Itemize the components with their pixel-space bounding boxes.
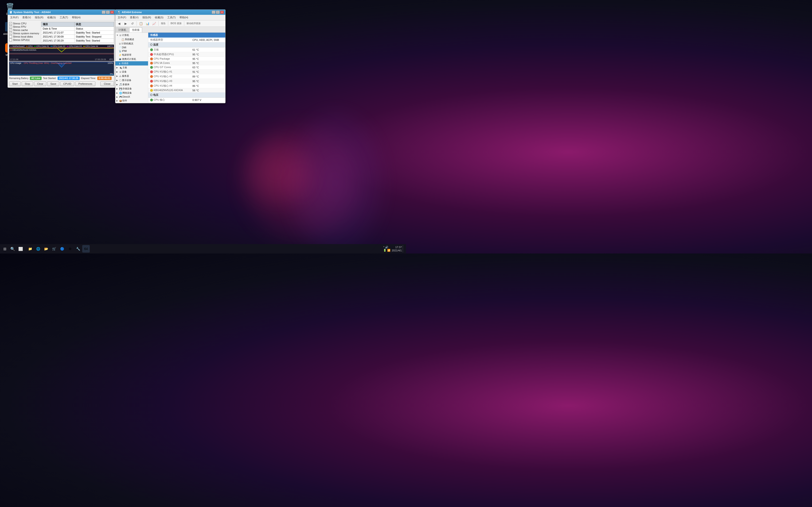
- menu-file[interactable]: 文件(F): [9, 15, 20, 20]
- toolbar-settings-btn[interactable]: 📈: [151, 21, 157, 26]
- taskbar-app-folder[interactable]: 📁: [26, 245, 34, 252]
- stress-fpu-checkbox[interactable]: [9, 25, 12, 28]
- temp-icon-9: [150, 89, 153, 92]
- aida-menu-fav[interactable]: 收藏(S): [153, 15, 165, 20]
- toolbar-back-btn[interactable]: ◀: [116, 21, 122, 26]
- tree-item-laptop[interactable]: 💻 便携式计算机: [115, 57, 148, 61]
- cpu-usage-graph: CPU Usage CPU Throttling (max: 95%) - Ov…: [9, 61, 114, 75]
- expand-net: ▶: [116, 92, 119, 94]
- save-button[interactable]: Save: [47, 81, 59, 86]
- stability-window: 🖥 System Stability Test - AIDA64 _ □ × 文…: [7, 9, 116, 88]
- tree-item-software[interactable]: ▶ 📦 软件: [115, 99, 148, 103]
- aida-titlebar[interactable]: 🔬 AIDA64 Extreme _ □ ×: [115, 10, 225, 15]
- stability-maximize-btn[interactable]: □: [106, 10, 110, 14]
- tree-item-device[interactable]: ▶ 🖥 设备: [115, 70, 148, 74]
- taskbar-app-explorer[interactable]: 📂: [42, 245, 50, 252]
- expand-mb: ▶: [116, 66, 119, 69]
- stress-cache-checkbox[interactable]: [9, 29, 12, 32]
- tree-item-multimedia[interactable]: ▶ 🎵 多媒体: [115, 82, 148, 87]
- stability-window-title: System Stability Test - AIDA64: [13, 11, 101, 14]
- stress-fpu-label: Stress FPU: [13, 25, 26, 28]
- tab-current[interactable]: 当前值: [129, 27, 142, 33]
- tree-item-motherboard[interactable]: ▶ 🔌 主板: [115, 65, 148, 70]
- tree-item-dmi[interactable]: 📄 DMI: [115, 46, 148, 49]
- start-button[interactable]: ⊞: [1, 245, 8, 252]
- aida-close-btn[interactable]: ×: [220, 10, 224, 14]
- taskbar-app-edge[interactable]: 🌐: [34, 245, 42, 252]
- summary-icon: 🖥: [119, 43, 121, 45]
- storage-icon: 💾: [119, 88, 122, 90]
- aida-menu-view[interactable]: 查看(V): [129, 15, 140, 20]
- tab-computer[interactable]: 计算机: [116, 27, 129, 33]
- stress-cpu-checkbox[interactable]: [9, 22, 12, 25]
- start-button[interactable]: Start: [9, 81, 21, 86]
- stress-memory-checkbox[interactable]: [9, 32, 12, 35]
- aida-menu-file[interactable]: 文件(F): [116, 15, 128, 20]
- toolbar-report-btn[interactable]: 📋: [138, 21, 144, 26]
- preferences-button[interactable]: Preferences: [75, 81, 95, 86]
- stability-titlebar[interactable]: 🖥 System Stability Test - AIDA64 _ □ ×: [8, 10, 115, 15]
- show-desktop-btn[interactable]: [403, 245, 404, 252]
- close-main-button[interactable]: Close: [100, 81, 114, 86]
- stress-memory-row: Stress system memory: [9, 32, 39, 35]
- tree-item-ipmi[interactable]: 📡 IPMI: [115, 49, 148, 53]
- menu-tools[interactable]: 工具(T): [58, 15, 69, 20]
- time-start: 17:21:06: [10, 58, 18, 61]
- toolbar-refresh-btn[interactable]: ↺: [130, 21, 135, 26]
- expand-server: ▶: [116, 75, 119, 77]
- tree-label-storage: 存储设备: [122, 87, 132, 91]
- tree-item-overview[interactable]: 📋 系统概述: [115, 37, 148, 42]
- temp-label-7: CPU #1/核心 #3: [148, 79, 191, 83]
- clear-button[interactable]: Clear: [34, 81, 46, 86]
- taskbar-app-misc1[interactable]: 🔧: [74, 245, 82, 252]
- taskbar-app-settings[interactable]: ⚙: [66, 245, 74, 252]
- menu-report[interactable]: 报告(R): [33, 15, 45, 20]
- tree-item-network[interactable]: ▶ 🌐 网络设备: [115, 91, 148, 95]
- tree-item-directx[interactable]: ▶ 🎮 DirectX: [115, 95, 148, 99]
- toolbar-chart-btn[interactable]: 📊: [145, 21, 150, 26]
- tree-item-display[interactable]: ▶ 🖵 显示设备: [115, 78, 148, 82]
- stability-minimize-btn[interactable]: _: [102, 10, 105, 14]
- stability-close-btn[interactable]: ×: [110, 10, 114, 14]
- tree-item-power-mgmt[interactable]: ⚡ 电源管理: [115, 53, 148, 57]
- taskbar-app-aida[interactable]: 64: [82, 245, 90, 252]
- temp-label-1: 中央处理器(CPU): [148, 52, 191, 57]
- taskbar-app-chrome[interactable]: 🔵: [58, 245, 66, 252]
- laptop-icon: 💻: [119, 58, 121, 61]
- cpuid-button[interactable]: CPUID: [60, 81, 74, 86]
- legend-motherboard: Motherboard: [10, 45, 24, 47]
- sensor-panel-title: 传感器: [150, 34, 158, 36]
- aida-maximize-btn[interactable]: □: [216, 10, 220, 14]
- tree-item-storage[interactable]: ▶ 💾 存储设备: [115, 87, 148, 91]
- tree-item-server[interactable]: ▶ 🖧 服务器: [115, 74, 148, 78]
- stop-button[interactable]: Stop: [21, 81, 33, 86]
- legend-core2: CPU Core #2: [51, 45, 65, 47]
- taskbar-app-store[interactable]: 🛒: [50, 245, 58, 252]
- temp-label-5: CPU #1/核心 #1: [148, 69, 191, 74]
- toolbar-forward-btn[interactable]: ▶: [123, 21, 129, 26]
- tree-label-mb: 主板: [122, 66, 127, 69]
- aida-menu-help[interactable]: 帮助(H): [178, 15, 190, 20]
- search-icon[interactable]: 🔍: [9, 245, 16, 252]
- voltage-section-label: 电压: [153, 94, 158, 96]
- stress-disks-row: Stress local disks: [9, 35, 39, 38]
- menu-fav[interactable]: 收藏(S): [46, 15, 57, 20]
- task-view-icon[interactable]: ⬜: [17, 245, 24, 252]
- aida-menu-tools[interactable]: 工具(T): [166, 15, 177, 20]
- system-tray[interactable]: ^ 🔊 🔋 📶: [383, 245, 391, 252]
- tree-item-sensor[interactable]: 🌡 传感器: [115, 61, 148, 65]
- aida-main-panel: 传感器 传感器类型 CPU, HDD, ACPI, SNB ⬡ 温度 主板 61…: [148, 33, 225, 103]
- menu-view[interactable]: 查看(V): [21, 15, 33, 20]
- tree-item-computer-summary[interactable]: 🖥 计算机概况: [115, 42, 148, 46]
- tree-item-computer[interactable]: ▼ 🖥 计算机: [115, 33, 148, 37]
- ac-line-badge: AC Line: [30, 76, 42, 80]
- stress-disks-checkbox[interactable]: [9, 35, 12, 38]
- aida-menu-report[interactable]: 报告(R): [141, 15, 152, 20]
- stress-gpu-checkbox[interactable]: [9, 39, 12, 41]
- tree-label-server: 服务器: [122, 74, 129, 78]
- elapsed-label: Elapsed Time:: [81, 77, 96, 79]
- menu-help[interactable]: 帮助(H): [70, 15, 82, 20]
- taskbar-apps: 📁 🌐 📂 🛒 🔵 ⚙ 🔧 64: [26, 245, 91, 252]
- aida-minimize-btn[interactable]: _: [212, 10, 215, 14]
- cpu-usage-label: CPU Usage CPU Throttling (max: 95%) - Ov…: [10, 62, 71, 64]
